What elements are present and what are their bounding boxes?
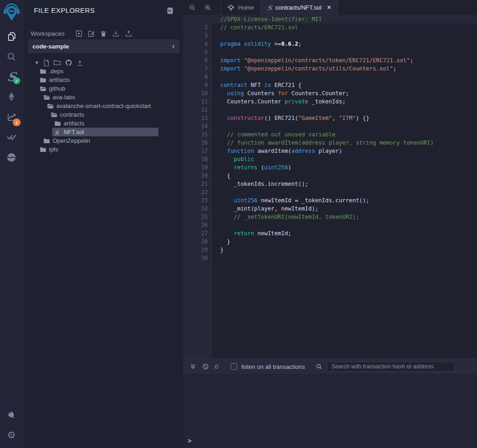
download-workspace-icon[interactable] (112, 30, 119, 37)
settings-gear-icon[interactable]: ⚙ (0, 430, 23, 440)
tab-nft-sol[interactable]: S contracts/NFT.sol ✕ (261, 0, 338, 15)
line-number: 3 (183, 32, 213, 40)
plugin-circle-icon[interactable] (0, 152, 23, 162)
tree-item-label: artifacts (64, 120, 85, 127)
transaction-count: 0 (215, 363, 218, 370)
code-line-2: // contracts/ERC721.sol (214, 23, 477, 32)
tree-item-ipfs[interactable]: ipfs (23, 145, 183, 154)
delete-workspace-icon[interactable] (100, 30, 107, 37)
listen-transactions-label: listen on all transactions (241, 363, 305, 370)
zoom-out-icon[interactable] (189, 4, 196, 11)
line-number: 28 (183, 237, 213, 246)
tree-item-artifacts[interactable]: artifacts (23, 76, 183, 84)
line-number: 18 (183, 155, 213, 163)
tree-item-ava-labs[interactable]: ava-labs (23, 93, 183, 102)
new-folder-icon[interactable] (54, 59, 61, 66)
deploy-run-icon[interactable] (0, 92, 23, 102)
tree-item-nft-sol[interactable]: SNFT.sol (52, 128, 158, 136)
github-icon[interactable] (65, 59, 72, 66)
file-tree-toolbar: ▼ (34, 59, 87, 67)
unit-testing-icon[interactable] (0, 132, 23, 142)
code-line-15: // commented out unused variable (214, 130, 477, 139)
line-number: 30 (183, 254, 213, 262)
create-workspace-icon[interactable] (76, 30, 82, 37)
upload-file-icon[interactable] (76, 59, 83, 66)
tree-item-label: OpenZeppelin (53, 137, 90, 144)
folder-open-icon (43, 95, 50, 100)
workspace-select[interactable]: code-sample ▲▼ (28, 39, 179, 53)
remix-home-icon (228, 4, 234, 11)
tab-close-icon[interactable]: ✕ (327, 5, 331, 11)
line-number: 21 (183, 180, 213, 188)
plugin-manager-icon[interactable] (0, 410, 23, 421)
solidity-compiler-icon[interactable]: S ✓ (0, 70, 23, 84)
editor-tabbar: Home S contracts/NFT.sol ✕ (183, 0, 477, 15)
file-explorer-icon[interactable] (0, 31, 23, 42)
tree-item-contracts[interactable]: contracts (23, 110, 183, 119)
collapse-caret-icon[interactable]: ▼ (34, 60, 39, 65)
listen-transactions-checkbox[interactable] (231, 363, 237, 370)
tree-item-openzeppelin[interactable]: OpenZeppelin (23, 136, 183, 145)
line-number: 2 (183, 23, 213, 32)
code-line-17: function awardItem(address player) (214, 147, 477, 155)
line-number: 29 (183, 246, 213, 254)
tree-item-label: github (49, 85, 65, 92)
code-line-30 (214, 254, 477, 262)
remix-logo-icon (0, 3, 23, 22)
tab-home[interactable]: Home (221, 0, 261, 15)
tree-item-artifacts[interactable]: artifacts (23, 119, 183, 128)
book-icon[interactable] (167, 7, 173, 14)
workspaces-toolbar: Workspaces (31, 29, 135, 38)
code-area[interactable]: 1234567891011121314151617181920212223242… (183, 15, 477, 358)
code-line-28: } (214, 237, 477, 246)
tree-item-label: ava-labs (53, 94, 75, 101)
folder-icon (40, 147, 46, 152)
tree-item-label: avalanche-smart-contract-quickstart (56, 103, 151, 109)
zoom-in-icon[interactable] (204, 4, 211, 11)
tree-item--deps[interactable]: .deps (23, 67, 183, 76)
terminal-collapse-icon[interactable] (190, 363, 196, 370)
line-number: 15 (183, 130, 213, 139)
folder-open-icon (47, 103, 54, 109)
rename-workspace-icon[interactable] (88, 30, 95, 37)
line-number: 5 (183, 48, 213, 56)
code-line-9: contract NFT is ERC721 { (214, 81, 477, 89)
code-line-18: public (214, 155, 477, 163)
folder-open-icon (51, 112, 57, 118)
search-icon[interactable] (0, 52, 23, 62)
transaction-search-input[interactable] (327, 362, 455, 372)
terminal-prompt: > (188, 437, 191, 444)
tree-item-label: ipfs (49, 146, 58, 153)
tree-item-label: .deps (49, 68, 64, 75)
icon-sidebar: S ✓ 1 (0, 0, 23, 448)
code-line-10: using Counters for Counters.Counter; (214, 89, 477, 97)
tree-item-label: NFT.sol (64, 129, 84, 135)
tab-home-label: Home (238, 4, 254, 11)
line-number: 11 (183, 97, 213, 106)
file-explorer-panel: FILE EXPLORERS Workspaces (23, 0, 183, 448)
analytics-icon[interactable]: 1 (0, 112, 23, 122)
tree-item-label: contracts (60, 111, 84, 118)
folder-icon (40, 77, 46, 83)
code-line-4: pragma solidity >=0.6.2; (214, 40, 477, 48)
line-number: 14 (183, 122, 213, 130)
code-line-21: _tokenIds.increment(); (214, 180, 477, 188)
folder-icon (43, 138, 50, 144)
line-number: 7 (183, 65, 213, 73)
line-number: 16 (183, 139, 213, 147)
code-line-22 (214, 188, 477, 196)
line-number: 13 (183, 114, 213, 122)
editor-zoom-controls (183, 0, 211, 15)
select-updown-icon: ▲▼ (172, 44, 175, 49)
tree-item-avalanche-smart-contract-quickstart[interactable]: avalanche-smart-contract-quickstart (23, 102, 183, 110)
upload-workspace-icon[interactable] (125, 30, 132, 37)
new-file-icon[interactable] (43, 59, 49, 66)
code-line-6: import "@openzeppelin/contracts/token/ER… (214, 56, 477, 65)
tree-item-label: artifacts (49, 76, 70, 83)
terminal-clear-icon[interactable] (202, 363, 209, 370)
line-number: 26 (183, 221, 213, 229)
tree-item-github[interactable]: github (23, 84, 183, 93)
terminal-pane: 0 listen on all transactions > (183, 358, 477, 448)
folder-icon (40, 69, 46, 74)
editor-pane: Home S contracts/NFT.sol ✕ 1234567891011… (183, 0, 477, 358)
